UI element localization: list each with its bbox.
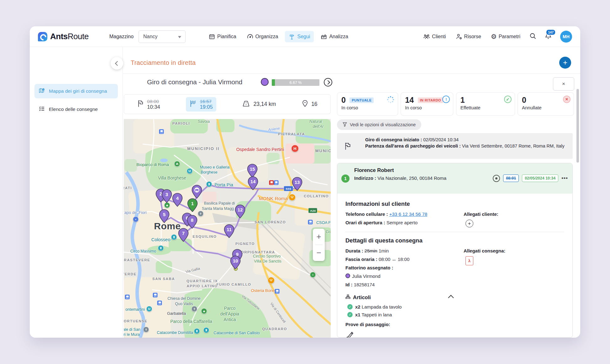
stop-marker-3[interactable]: 3 — [161, 189, 172, 204]
map-label: MUNICIPIO II — [187, 146, 219, 151]
add-attachment-button[interactable]: + — [465, 220, 473, 227]
actual-time-chip[interactable]: 02/05/2024 10:34 — [522, 174, 558, 182]
planned-start: 08:00 — [147, 99, 160, 104]
avatar[interactable]: MH — [560, 31, 572, 43]
transit-station-icon[interactable] — [308, 220, 313, 225]
status-card-effettuate[interactable]: 1 ✓ Effettuate — [456, 92, 515, 116]
svg-text:1: 1 — [191, 201, 194, 206]
menu-parametri[interactable]: ⚙ Parametri — [490, 32, 521, 41]
pdf-attachment-icon[interactable]: λ — [465, 256, 473, 265]
map-poi-icon[interactable]: ♜ — [171, 234, 177, 240]
view-options-filter[interactable]: Vedi le opzioni di visualizzazione — [337, 119, 421, 130]
transit-station-icon[interactable] — [274, 180, 279, 185]
map-poi-icon[interactable]: Ψ — [268, 277, 275, 284]
tab-organizza[interactable]: Organizza — [243, 31, 282, 42]
map-poi-icon[interactable]: M — [146, 306, 152, 312]
customer-address: Indirizzo : Via Nazionale, 250, 00184 Ro… — [354, 175, 448, 181]
stop-marker-12[interactable]: 12 — [235, 205, 245, 220]
tab-segui[interactable]: Segui — [285, 31, 314, 42]
search-icon[interactable] — [529, 33, 536, 41]
transit-station-icon[interactable] — [157, 301, 162, 305]
stop-marker-1[interactable]: 1 — [187, 198, 198, 213]
collapse-icon[interactable] — [448, 295, 454, 300]
map-poi-icon[interactable]: • — [310, 272, 316, 278]
status-card-puntuale[interactable]: 0 PUNTUALE In corso — [337, 92, 398, 116]
map-label: PARIOLI — [172, 122, 190, 125]
map-poi-icon[interactable]: ♜ — [158, 245, 164, 251]
locate-icon[interactable] — [493, 175, 500, 182]
zoom-in-button[interactable]: + — [313, 229, 325, 245]
tab-pianifica[interactable]: Pianifica — [205, 31, 240, 42]
map-poi-icon[interactable]: ☘ — [174, 161, 180, 167]
transit-station-icon[interactable] — [153, 293, 158, 298]
delivery-header[interactable]: 1 Florence Robert Indirizzo : Via Nazion… — [337, 163, 572, 194]
back-button[interactable] — [111, 57, 123, 70]
close-panel-button[interactable]: × — [553, 77, 574, 91]
map-poi-icon[interactable]: • — [133, 216, 139, 222]
stop-marker-4[interactable]: 4 — [172, 193, 183, 208]
tour-progress-bar[interactable]: 6.67 % — [272, 79, 319, 86]
signature-icon[interactable] — [345, 331, 564, 338]
next-tour-button[interactable] — [324, 78, 332, 86]
phone-link[interactable]: +33 6 12 34 56 78 — [389, 211, 427, 217]
map-canvas[interactable]: PARIOLISavoiaNaturaldell'ArAnienePIETRAL… — [124, 119, 331, 338]
map-label: Circo Massimo — [130, 249, 156, 253]
map-poi-icon[interactable]: ♜ — [203, 327, 209, 333]
map-poi-icon[interactable]: ♣ — [201, 308, 207, 314]
menu-label: Risorse — [464, 34, 481, 39]
add-button[interactable]: + — [559, 57, 571, 69]
svg-text:10: 10 — [233, 258, 238, 263]
map-poi-icon[interactable]: ✝ — [192, 306, 197, 312]
sidebar-item-elenco-consegne[interactable]: Elenco delle consegne — [34, 102, 118, 117]
more-menu-icon[interactable]: ••• — [561, 175, 568, 181]
scrollbar-thumb[interactable] — [576, 89, 579, 163]
map-poi-icon[interactable]: ♜ — [206, 181, 212, 187]
vehicle-marker[interactable] — [192, 185, 202, 200]
map-poi-icon[interactable]: M — [187, 168, 193, 174]
notifications-bell[interactable]: 147 — [545, 32, 552, 41]
top-navbar: AntsRoute Magazzino Nancy Pianifica Orga… — [30, 26, 580, 47]
delivery-panel: 1 Florence Robert Indirizzo : Via Nazion… — [337, 163, 573, 338]
svg-text:3: 3 — [166, 192, 168, 197]
zoom-out-button[interactable]: − — [313, 245, 325, 261]
menu-clienti[interactable]: Clienti — [423, 32, 446, 41]
transit-station-icon[interactable] — [159, 129, 164, 134]
map-poi-icon[interactable]: ✝ — [143, 327, 149, 333]
start-label: Giro di consegna iniziato : — [365, 137, 422, 142]
map-poi-icon[interactable]: Ψ — [289, 194, 296, 201]
map-poi-icon[interactable]: ✝ — [198, 211, 204, 217]
planned-time-chip[interactable]: 08:01 — [503, 174, 519, 182]
stop-marker-5[interactable]: 5 — [159, 209, 170, 224]
brand-logo[interactable]: AntsRoute — [38, 32, 89, 41]
article-item: ✓ x2 Lampada da tavolo — [347, 304, 564, 309]
stat-start-time: 08:00 10:34 — [137, 99, 160, 110]
courier-line: Julia Virmond — [345, 273, 464, 279]
tab-analizza[interactable]: Analizza — [317, 31, 352, 42]
warehouse-select[interactable]: Nancy — [139, 30, 186, 43]
courier-label-line: Fattorino assegnato : — [345, 265, 464, 271]
stop-marker-13[interactable]: 13 — [292, 177, 302, 192]
map-poi-icon[interactable]: ♜ — [194, 328, 200, 334]
transit-station-icon[interactable] — [125, 295, 130, 299]
stat-stops: 16 — [302, 100, 317, 109]
transit-station-icon[interactable] — [269, 180, 274, 185]
status-card-ritardo[interactable]: 14 IN RITARDO ! In corso — [401, 92, 453, 116]
checklist-icon — [39, 106, 45, 113]
main-menu: Pianifica Organizza Segui Analizza — [205, 31, 352, 42]
sidebar-item-mappa-giri[interactable]: Mappa dei giri di consegna — [34, 84, 118, 98]
right-scrollbar[interactable] — [576, 76, 579, 335]
stop-marker-14[interactable]: 14 — [248, 176, 258, 191]
menu-risorse[interactable]: Risorse — [455, 32, 482, 41]
stop-marker-10[interactable]: 10 — [230, 256, 241, 271]
stop-marker-11[interactable]: 11 — [224, 224, 234, 239]
status-value: 0 — [341, 96, 346, 104]
stop-marker-8[interactable]: 8 — [187, 215, 197, 230]
stop-marker-7[interactable]: 7 — [178, 228, 189, 243]
map-label: APPIO LATINO — [187, 284, 218, 288]
status-card-annullate[interactable]: 0 ✕ Annullate — [518, 92, 574, 116]
warehouse-label: Magazzino — [109, 34, 134, 39]
transit-station-icon[interactable] — [275, 289, 280, 294]
map-poi-icon[interactable]: H — [291, 145, 299, 152]
map-label: COLLATINO — [304, 194, 329, 198]
status-badge: PUNTUALE — [350, 97, 374, 103]
